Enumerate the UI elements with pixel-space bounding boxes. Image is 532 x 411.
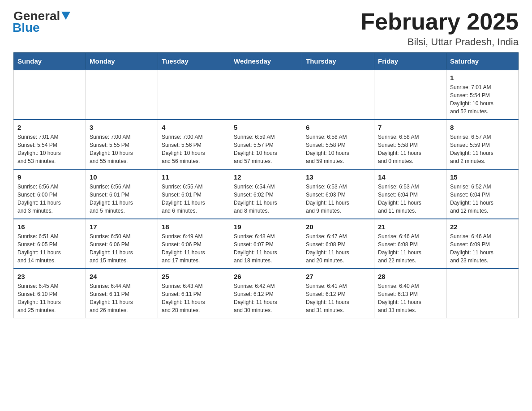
page-header: General Blue February 2025 Bilsi, Uttar … [13, 9, 519, 48]
calendar-week-row: 23Sunrise: 6:45 AM Sunset: 6:10 PM Dayli… [14, 269, 519, 318]
calendar-cell: 1Sunrise: 7:01 AM Sunset: 5:54 PM Daylig… [446, 70, 519, 120]
day-info: Sunrise: 6:58 AM Sunset: 5:58 PM Dayligh… [306, 133, 370, 165]
day-info: Sunrise: 6:51 AM Sunset: 6:05 PM Dayligh… [17, 232, 82, 265]
day-number: 28 [378, 273, 442, 280]
logo: General Blue [13, 9, 70, 35]
calendar-cell: 27Sunrise: 6:41 AM Sunset: 6:12 PM Dayli… [302, 269, 374, 318]
day-number: 7 [378, 124, 442, 131]
day-info: Sunrise: 6:53 AM Sunset: 6:04 PM Dayligh… [378, 183, 442, 215]
day-info: Sunrise: 6:46 AM Sunset: 6:08 PM Dayligh… [378, 232, 442, 265]
calendar-cell: 26Sunrise: 6:42 AM Sunset: 6:12 PM Dayli… [230, 269, 302, 318]
day-info: Sunrise: 6:49 AM Sunset: 6:06 PM Dayligh… [162, 232, 226, 265]
day-info: Sunrise: 6:54 AM Sunset: 6:02 PM Dayligh… [234, 183, 298, 215]
day-info: Sunrise: 7:01 AM Sunset: 5:54 PM Dayligh… [17, 133, 82, 165]
day-info: Sunrise: 6:43 AM Sunset: 6:11 PM Dayligh… [162, 282, 226, 314]
day-number: 5 [234, 124, 298, 131]
day-info: Sunrise: 6:56 AM Sunset: 6:01 PM Dayligh… [90, 183, 154, 215]
day-of-week-header: Sunday [14, 53, 86, 70]
calendar-cell: 28Sunrise: 6:40 AM Sunset: 6:13 PM Dayli… [374, 269, 446, 318]
title-section: February 2025 Bilsi, Uttar Pradesh, Indi… [360, 9, 519, 48]
day-info: Sunrise: 6:59 AM Sunset: 5:57 PM Dayligh… [234, 133, 298, 165]
calendar-cell: 5Sunrise: 6:59 AM Sunset: 5:57 PM Daylig… [230, 120, 302, 169]
day-number: 19 [234, 223, 298, 231]
day-info: Sunrise: 7:01 AM Sunset: 5:54 PM Dayligh… [450, 83, 515, 116]
day-number: 14 [378, 173, 442, 181]
calendar-week-row: 16Sunrise: 6:51 AM Sunset: 6:05 PM Dayli… [14, 219, 519, 269]
day-number: 21 [378, 223, 442, 231]
day-number: 8 [450, 124, 515, 131]
day-info: Sunrise: 6:57 AM Sunset: 5:59 PM Dayligh… [450, 133, 515, 165]
logo-triangle-icon [61, 12, 70, 20]
day-number: 23 [17, 273, 82, 280]
day-number: 24 [90, 273, 154, 280]
day-number: 17 [90, 223, 154, 231]
calendar-week-row: 9Sunrise: 6:56 AM Sunset: 6:00 PM Daylig… [14, 169, 519, 219]
day-number: 10 [90, 173, 154, 181]
calendar-cell [230, 70, 302, 120]
day-number: 26 [234, 273, 298, 280]
calendar-week-row: 2Sunrise: 7:01 AM Sunset: 5:54 PM Daylig… [14, 120, 519, 169]
day-info: Sunrise: 6:50 AM Sunset: 6:06 PM Dayligh… [90, 232, 154, 265]
day-number: 11 [162, 173, 226, 181]
calendar-cell [374, 70, 446, 120]
calendar-cell: 18Sunrise: 6:49 AM Sunset: 6:06 PM Dayli… [158, 219, 230, 269]
day-number: 2 [17, 124, 82, 131]
calendar-cell: 20Sunrise: 6:47 AM Sunset: 6:08 PM Dayli… [302, 219, 374, 269]
day-info: Sunrise: 6:45 AM Sunset: 6:10 PM Dayligh… [17, 282, 82, 314]
calendar-cell: 19Sunrise: 6:48 AM Sunset: 6:07 PM Dayli… [230, 219, 302, 269]
calendar-cell: 7Sunrise: 6:58 AM Sunset: 5:58 PM Daylig… [374, 120, 446, 169]
day-of-week-header: Friday [374, 53, 446, 70]
day-number: 22 [450, 223, 515, 231]
day-number: 1 [450, 74, 515, 81]
day-of-week-header: Wednesday [230, 53, 302, 70]
calendar-cell: 25Sunrise: 6:43 AM Sunset: 6:11 PM Dayli… [158, 269, 230, 318]
day-of-week-header: Saturday [446, 53, 519, 70]
calendar-cell [158, 70, 230, 120]
day-number: 20 [306, 223, 370, 231]
day-number: 4 [162, 124, 226, 131]
calendar-cell: 13Sunrise: 6:53 AM Sunset: 6:03 PM Dayli… [302, 169, 374, 219]
day-info: Sunrise: 6:44 AM Sunset: 6:11 PM Dayligh… [90, 282, 154, 314]
day-number: 13 [306, 173, 370, 181]
day-info: Sunrise: 6:58 AM Sunset: 5:58 PM Dayligh… [378, 133, 442, 165]
calendar-week-row: 1Sunrise: 7:01 AM Sunset: 5:54 PM Daylig… [14, 70, 519, 120]
day-number: 15 [450, 173, 515, 181]
day-info: Sunrise: 6:46 AM Sunset: 6:09 PM Dayligh… [450, 232, 515, 265]
calendar-cell: 3Sunrise: 7:00 AM Sunset: 5:55 PM Daylig… [86, 120, 158, 169]
calendar-cell: 4Sunrise: 7:00 AM Sunset: 5:56 PM Daylig… [158, 120, 230, 169]
calendar-cell: 23Sunrise: 6:45 AM Sunset: 6:10 PM Dayli… [14, 269, 86, 318]
month-title: February 2025 [360, 9, 519, 34]
day-info: Sunrise: 6:42 AM Sunset: 6:12 PM Dayligh… [234, 282, 298, 314]
calendar-cell [86, 70, 158, 120]
location-title: Bilsi, Uttar Pradesh, India [360, 36, 519, 48]
day-info: Sunrise: 7:00 AM Sunset: 5:56 PM Dayligh… [162, 133, 226, 165]
day-info: Sunrise: 6:56 AM Sunset: 6:00 PM Dayligh… [17, 183, 82, 215]
calendar-cell: 14Sunrise: 6:53 AM Sunset: 6:04 PM Dayli… [374, 169, 446, 219]
day-of-week-header: Tuesday [158, 53, 230, 70]
calendar-cell: 16Sunrise: 6:51 AM Sunset: 6:05 PM Dayli… [14, 219, 86, 269]
calendar-header-row: SundayMondayTuesdayWednesdayThursdayFrid… [14, 53, 519, 70]
day-number: 9 [17, 173, 82, 181]
calendar-cell: 11Sunrise: 6:55 AM Sunset: 6:01 PM Dayli… [158, 169, 230, 219]
day-info: Sunrise: 6:52 AM Sunset: 6:04 PM Dayligh… [450, 183, 515, 215]
day-info: Sunrise: 7:00 AM Sunset: 5:55 PM Dayligh… [90, 133, 154, 165]
calendar-cell [446, 269, 519, 318]
day-info: Sunrise: 6:48 AM Sunset: 6:07 PM Dayligh… [234, 232, 298, 265]
day-number: 6 [306, 124, 370, 131]
day-info: Sunrise: 6:55 AM Sunset: 6:01 PM Dayligh… [162, 183, 226, 215]
day-number: 16 [17, 223, 82, 231]
calendar-cell: 9Sunrise: 6:56 AM Sunset: 6:00 PM Daylig… [14, 169, 86, 219]
calendar-cell: 2Sunrise: 7:01 AM Sunset: 5:54 PM Daylig… [14, 120, 86, 169]
calendar-cell: 15Sunrise: 6:52 AM Sunset: 6:04 PM Dayli… [446, 169, 519, 219]
calendar-cell [14, 70, 86, 120]
day-number: 18 [162, 223, 226, 231]
day-number: 25 [162, 273, 226, 280]
day-info: Sunrise: 6:47 AM Sunset: 6:08 PM Dayligh… [306, 232, 370, 265]
day-of-week-header: Monday [86, 53, 158, 70]
calendar-cell: 22Sunrise: 6:46 AM Sunset: 6:09 PM Dayli… [446, 219, 519, 269]
calendar-cell: 10Sunrise: 6:56 AM Sunset: 6:01 PM Dayli… [86, 169, 158, 219]
calendar-cell: 12Sunrise: 6:54 AM Sunset: 6:02 PM Dayli… [230, 169, 302, 219]
calendar-cell: 8Sunrise: 6:57 AM Sunset: 5:59 PM Daylig… [446, 120, 519, 169]
calendar-cell [302, 70, 374, 120]
calendar-cell: 6Sunrise: 6:58 AM Sunset: 5:58 PM Daylig… [302, 120, 374, 169]
